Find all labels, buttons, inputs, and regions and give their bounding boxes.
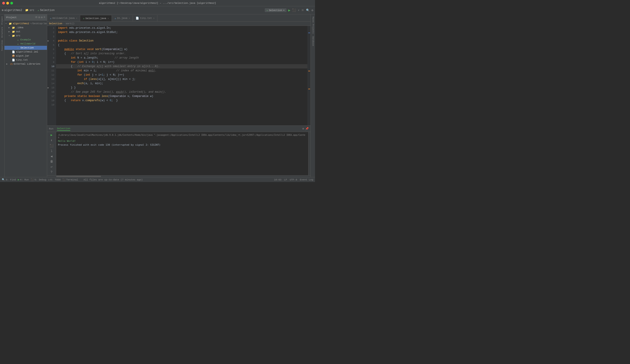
line-1: 1: [47, 26, 56, 30]
project-breadcrumb[interactable]: ⚙ algorithms2 › 📁 src › ☕ Selection: [2, 8, 54, 12]
run-horizontal-scrollbar[interactable]: [47, 175, 310, 177]
right-icon-database[interactable]: Database: [312, 35, 314, 47]
tab-in[interactable]: ☕ In.java ✕: [112, 15, 133, 21]
statusbar-left: 🔍 3: Find ▶ 4: Run ⬛ 5: Debug ☑ 6: TODO …: [2, 178, 78, 181]
fn-exch-14: exch: [77, 82, 84, 85]
close-button[interactable]: [2, 2, 5, 4]
code-line-13: if ( less (a[i], a[min])) min = j;: [56, 77, 307, 81]
left-icon-favorites[interactable]: Favorites: [1, 39, 4, 52]
statusbar-todo[interactable]: ☑ 6: TODO: [48, 178, 60, 181]
coverage-button[interactable]: ⚡: [298, 8, 300, 12]
statusbar-run[interactable]: ▶ 4: Run: [18, 178, 29, 181]
run-panel-tabs: Run Selection ⚙ 📌: [47, 126, 310, 132]
code-line-16: // See page 245 for less(), exch(), isSo…: [56, 90, 307, 94]
tree-item-selection[interactable]: ☕ Selection: [4, 46, 47, 50]
param-v: v: [128, 95, 129, 98]
breadcrumb-separator-2: ›: [35, 9, 36, 11]
run-tab-selection[interactable]: Selection: [57, 127, 70, 131]
run-stop-button[interactable]: ⬛: [49, 143, 54, 148]
left-icon-project[interactable]: Project: [1, 15, 4, 25]
kw-int-11: int: [77, 69, 82, 72]
code-editor[interactable]: import edu.princeton.cs.algs4.In; import…: [56, 26, 307, 125]
search-icon: 🔍: [2, 178, 5, 181]
tree-item-jar[interactable]: 📦 algs4.jar: [4, 54, 47, 58]
code-line-10: { // Exchange a[i] with smallest entry i…: [56, 64, 307, 68]
tab-selection[interactable]: ☕ Selection.java ✕: [80, 15, 112, 21]
minimize-button[interactable]: [6, 2, 9, 4]
run-left-button[interactable]: ◀: [49, 154, 54, 159]
java-icon-helloworld: ☕: [16, 42, 20, 45]
statusbar-event-log[interactable]: Event Log: [300, 178, 313, 181]
project-gear-icon[interactable]: ≡: [44, 16, 45, 19]
tab-helloworld[interactable]: ☕ HelloWorld.java ✕: [47, 15, 80, 21]
right-icon-maven[interactable]: Maven Projects: [312, 15, 314, 35]
code-line-9: for ( int i = 0 ; i < N; i++): [56, 60, 307, 64]
tree-item-root[interactable]: ▾ 📁 algorithms2 ~/Desktop/Java/algorithm…: [4, 21, 47, 25]
toolbar-search-icon[interactable]: 🔍: [306, 8, 310, 12]
titlebar: algorithms2 [~/Desktop/Java/algorithms2]…: [0, 0, 315, 6]
window-controls[interactable]: [2, 2, 13, 4]
project-collapse-icon[interactable]: ⊟: [38, 16, 40, 19]
window-title: algorithms2 [~/Desktop/Java/algorithms2]…: [99, 2, 216, 4]
statusbar-lf[interactable]: LF: [284, 178, 287, 181]
todo-icon: ☑: [48, 178, 50, 181]
project-header-actions: ⟳ ⊟ ⚙ ≡: [35, 16, 45, 19]
breadcrumb-sort[interactable]: sort(): [66, 22, 74, 25]
tree-arrow-jar: [8, 55, 12, 57]
lf-label: LF: [284, 178, 287, 181]
tab-close-tiny[interactable]: ✕: [153, 17, 154, 19]
run-up-button[interactable]: ⬆: [49, 138, 54, 143]
statusbar-position[interactable]: 10:63: [274, 178, 281, 181]
run-back-button[interactable]: ↩: [49, 165, 54, 169]
line-14: 14: [47, 81, 56, 85]
tree-item-txt[interactable]: 📄 tiny.txt: [4, 58, 47, 62]
run-scrollbar[interactable]: [308, 132, 310, 175]
kw-static-17: static: [77, 95, 87, 98]
debug-button[interactable]: ⬛: [292, 8, 296, 12]
run-button[interactable]: ▶: [288, 8, 290, 12]
project-panel-title: Project: [6, 16, 34, 19]
code-line-14: exch (a, i, min);: [56, 81, 307, 85]
run-trash-button[interactable]: 🗑: [49, 159, 54, 164]
run-tab-run[interactable]: Run: [49, 127, 54, 131]
project-sync-icon[interactable]: ⟳: [35, 16, 38, 19]
tree-item-iml[interactable]: 📄 algorithms2.iml: [4, 50, 47, 54]
maximize-button[interactable]: [10, 2, 13, 4]
run-panel-actions: ⚙ 📌: [302, 127, 309, 130]
editor-content: 1 2 3 ▶4 5 6 7 8 9 10 11 12 13 14 ▶15 16: [47, 26, 310, 125]
tab-tiny[interactable]: 📄 tiny.txt ✕: [133, 15, 158, 21]
statusbar-find[interactable]: 🔍 3: Find: [2, 178, 16, 181]
run-help-button[interactable]: ?: [49, 170, 54, 174]
kw-private-17: private: [64, 95, 76, 98]
run-pin-icon[interactable]: 📌: [305, 127, 309, 130]
folder-icon-out: 📁: [12, 30, 15, 33]
settings-icon[interactable]: ⚙: [312, 8, 313, 12]
statusbar-debug[interactable]: ⬛ 5: Debug: [30, 178, 46, 181]
left-icon-structure[interactable]: Structure: [1, 26, 4, 39]
param-w: w: [150, 95, 152, 98]
run-configuration[interactable]: ☕ Selection ▾: [265, 8, 286, 12]
statusbar-terminal[interactable]: ⬛ Terminal: [62, 178, 78, 181]
run-settings-icon[interactable]: ⚙: [302, 127, 304, 130]
tree-item-helloworld[interactable]: ☕ HelloWorld: [4, 42, 47, 46]
fn-less-13: less: [90, 78, 97, 81]
java-icon-example: ☕: [16, 38, 20, 41]
stop-button[interactable]: ⏹: [301, 8, 304, 12]
tree-item-idea[interactable]: ▶ 📁 .idea: [4, 25, 47, 30]
run-restart-button[interactable]: ▶: [49, 133, 54, 137]
tab-close-in[interactable]: ✕: [129, 17, 130, 19]
run-config-icon: ☕: [266, 9, 268, 12]
tab-close-selection[interactable]: ✕: [108, 17, 109, 20]
run-scroll-button[interactable]: ⤵: [49, 149, 54, 153]
tree-item-src[interactable]: ▾ 📁 src: [4, 34, 47, 38]
breadcrumb-selection[interactable]: Selection: [49, 22, 62, 25]
tree-item-extlib[interactable]: ▶ 🗃 External Libraries: [4, 62, 47, 66]
tab-close-helloworld[interactable]: ✕: [76, 17, 77, 19]
tree-item-example[interactable]: ☕ Example: [4, 38, 47, 42]
breadcrumb-separator-1: ›: [23, 9, 24, 11]
line-17: 17: [47, 94, 56, 98]
file-indicator-icon: ☕: [38, 8, 39, 12]
project-settings-icon[interactable]: ⚙: [41, 16, 43, 19]
statusbar-encoding[interactable]: UTF-8: [290, 178, 297, 181]
tree-item-out[interactable]: ▶ 📁 out: [4, 30, 47, 34]
